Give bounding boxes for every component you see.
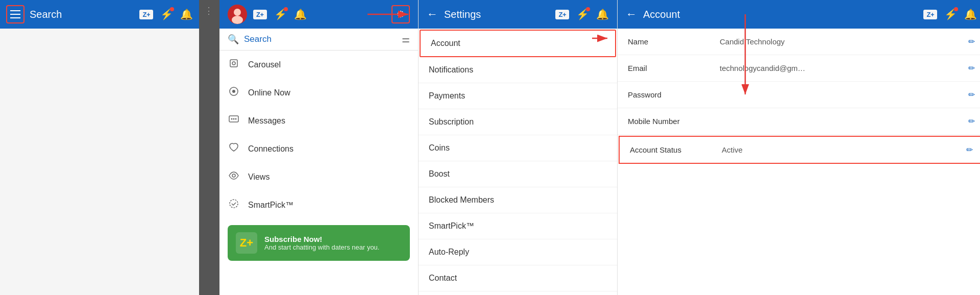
account-header-icons: Z+ ⚡ 🔔 <box>923 8 977 20</box>
subscribe-text-block: Subscribe Now! And start chatting with d… <box>264 235 379 251</box>
account-details-list: Name Candid Technology ✏ Email technolog… <box>618 29 980 165</box>
lightning-icon[interactable]: ⚡ <box>160 8 173 20</box>
search-icon: 🔍 <box>228 34 239 45</box>
settings-lightning-notification <box>586 7 590 11</box>
subscribe-zplus-icon: Z+ <box>236 232 257 254</box>
account-lightning-icon[interactable]: ⚡ <box>944 8 957 20</box>
svg-point-1 <box>234 9 241 16</box>
settings-smartpick-label: SmartPick™ <box>429 222 474 230</box>
settings-bell-icon[interactable]: 🔔 <box>596 8 609 20</box>
account-status-edit-icon[interactable]: ✏ <box>966 145 973 155</box>
panel-settings: ← Settings Z+ ⚡ 🔔 Account Notifications … <box>419 0 618 295</box>
sidebar-search-label[interactable]: Search <box>244 34 397 44</box>
settings-autoreply-label: Auto-Reply <box>429 248 469 256</box>
account-bell-icon[interactable]: 🔔 <box>964 8 977 20</box>
settings-gear-button[interactable]: ⚙ <box>391 5 410 23</box>
hamburger-button[interactable] <box>6 5 24 23</box>
bell-icon[interactable]: 🔔 <box>180 8 193 20</box>
svg-point-11 <box>232 174 235 177</box>
panel-search-bar: Search Z+ ⚡ 🔔 <box>0 0 199 295</box>
settings-item-blocked-members[interactable]: Blocked Members <box>419 187 617 213</box>
views-label: Views <box>248 173 270 182</box>
views-icon <box>228 170 240 184</box>
sidebar-bell-icon[interactable]: 🔔 <box>294 8 307 20</box>
settings-item-boost[interactable]: Boost <box>419 161 617 187</box>
carousel-icon <box>228 58 240 71</box>
messages-icon <box>228 114 240 128</box>
svg-point-2 <box>232 16 243 24</box>
sidebar-item-messages[interactable]: Messages <box>219 107 418 135</box>
settings-item-account[interactable]: Account <box>420 30 616 57</box>
account-password-key: Password <box>628 90 720 99</box>
phone-dots: ⋮ <box>204 5 214 16</box>
carousel-label: Carousel <box>248 60 281 69</box>
settings-item-notifications[interactable]: Notifications <box>419 57 617 83</box>
sidebar-search-row[interactable]: 🔍 Search ⚌ <box>219 29 418 51</box>
account-row-status[interactable]: Account Status Active ✏ <box>619 136 980 164</box>
account-row-password[interactable]: Password ✏ <box>618 82 980 108</box>
account-mobile-key: Mobile Number <box>628 117 720 126</box>
settings-boost-label: Boost <box>429 169 450 178</box>
settings-header: ← Settings Z+ ⚡ 🔔 <box>419 0 617 29</box>
sidebar-header: Z+ ⚡ 🔔 ⚙ <box>219 0 418 29</box>
account-row-name[interactable]: Name Candid Technology ✏ <box>618 29 980 55</box>
phone-divider: ⋮ <box>199 0 219 295</box>
settings-item-payments[interactable]: Payments <box>419 83 617 109</box>
header-icons: Z+ ⚡ 🔔 <box>139 8 193 20</box>
smartpick-label: SmartPick™ <box>248 201 293 210</box>
account-zplus-badge[interactable]: Z+ <box>923 10 937 19</box>
settings-lightning-icon[interactable]: ⚡ <box>576 8 589 20</box>
settings-back-button[interactable]: ← <box>427 8 438 21</box>
connections-icon <box>228 142 240 156</box>
settings-item-contact[interactable]: Contact <box>419 265 617 291</box>
account-row-email[interactable]: Email technologycandid@gm… ✏ <box>618 55 980 82</box>
sidebar-item-carousel[interactable]: Carousel <box>219 51 418 79</box>
settings-item-smartpick[interactable]: SmartPick™ <box>419 213 617 239</box>
account-email-key: Email <box>628 64 720 72</box>
hamburger-line-1 <box>10 10 20 11</box>
settings-item-auto-reply[interactable]: Auto-Reply <box>419 239 617 265</box>
sidebar-item-online-now[interactable]: Online Now <box>219 79 418 107</box>
account-title: Account <box>643 9 917 20</box>
sidebar-item-smartpick[interactable]: SmartPick™ <box>219 191 418 219</box>
sidebar-header-icons: Z+ ⚡ 🔔 <box>253 8 307 20</box>
svg-point-4 <box>232 62 235 65</box>
online-now-icon <box>228 86 240 100</box>
sidebar-item-views[interactable]: Views <box>219 163 418 191</box>
account-header: ← Account Z+ ⚡ 🔔 <box>618 0 980 29</box>
zplus-badge[interactable]: Z+ <box>139 10 153 19</box>
account-status-key: Account Status <box>630 145 722 154</box>
sidebar-item-connections[interactable]: Connections <box>219 135 418 163</box>
svg-point-12 <box>230 200 238 208</box>
account-row-mobile[interactable]: Mobile Number ✏ <box>618 108 980 135</box>
sidebar-lightning-icon[interactable]: ⚡ <box>274 8 287 20</box>
subscribe-subtitle: And start chatting with daters near you. <box>264 243 379 251</box>
svg-point-10 <box>235 118 237 120</box>
gear-icon: ⚙ <box>397 9 405 20</box>
account-status-value: Active <box>722 145 966 154</box>
connections-label: Connections <box>248 144 293 154</box>
account-password-edit-icon[interactable]: ✏ <box>968 90 975 100</box>
messages-label: Messages <box>248 116 285 126</box>
search-title: Search <box>30 9 134 20</box>
settings-zplus-badge[interactable]: Z+ <box>555 10 569 19</box>
sidebar-zplus-badge[interactable]: Z+ <box>253 10 267 19</box>
account-mobile-edit-icon[interactable]: ✏ <box>968 116 975 126</box>
filter-icon[interactable]: ⚌ <box>402 34 410 45</box>
sidebar-lightning-notification <box>284 7 288 11</box>
account-back-button[interactable]: ← <box>626 8 637 21</box>
search-header: Search Z+ ⚡ 🔔 <box>0 0 199 29</box>
account-email-value: technologycandid@gm… <box>720 64 968 72</box>
account-name-edit-icon[interactable]: ✏ <box>968 37 975 46</box>
lightning-notification <box>170 7 174 11</box>
settings-item-subscription[interactable]: Subscription <box>419 109 617 135</box>
smartpick-icon <box>228 198 240 212</box>
subscribe-banner[interactable]: Z+ Subscribe Now! And start chatting wit… <box>228 225 410 261</box>
account-email-edit-icon[interactable]: ✏ <box>968 63 975 73</box>
subscribe-title: Subscribe Now! <box>264 235 379 243</box>
user-avatar[interactable] <box>228 5 247 24</box>
settings-item-coins[interactable]: Coins <box>419 135 617 161</box>
account-lightning-notification <box>954 7 958 11</box>
svg-point-6 <box>232 90 235 93</box>
svg-point-8 <box>231 118 233 120</box>
